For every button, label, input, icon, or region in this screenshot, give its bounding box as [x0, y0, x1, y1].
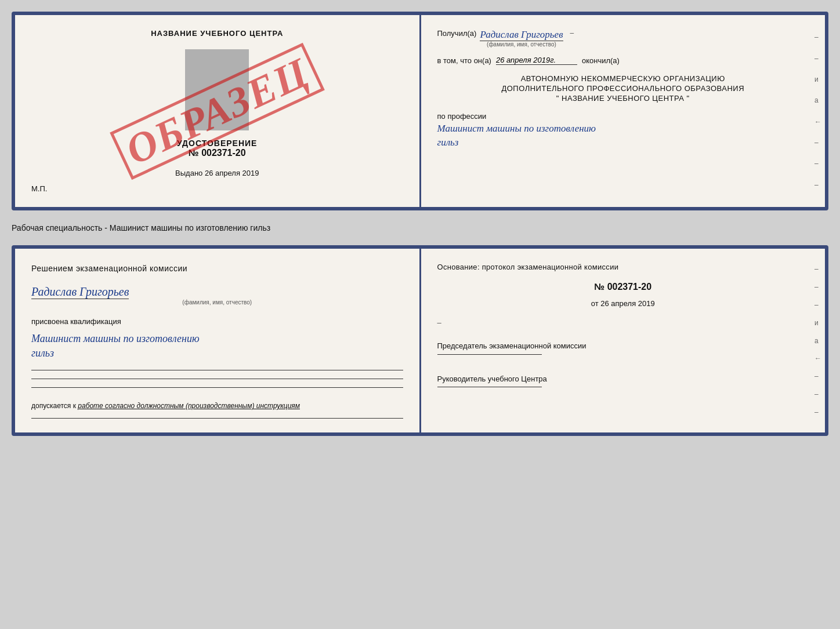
- poluchil-row: Получил(а) Радислав Григорьев (фамилия, …: [437, 29, 809, 48]
- dopuskaetsya-line: допускается к работе согласно должностны…: [31, 402, 403, 410]
- org-line1: АВТОНОМНУЮ НЕКОММЕРЧЕСКУЮ ОРГАНИЗАЦИЮ: [437, 74, 809, 83]
- mp-label: М.П.: [31, 184, 47, 193]
- dash-after-name: –: [570, 29, 574, 37]
- osnov-title: Основание: протокол экзаменационной коми…: [437, 263, 809, 271]
- rukovoditel-line: [437, 387, 542, 387]
- vtom-label: в том, что он(а): [437, 56, 491, 65]
- right-side-dashes: – – и а ← – – –: [814, 15, 821, 207]
- rukovoditel-label: Руководитель учебного Центра: [437, 373, 809, 385]
- resheniem-title: Решением экзаменационной комиссии: [31, 263, 403, 275]
- bottom-document: Решением экзаменационной комиссии Радисл…: [12, 245, 828, 436]
- bottom-lines: [31, 366, 403, 388]
- line3: [31, 387, 403, 388]
- bdash5: а: [814, 337, 821, 345]
- bottom-right-dashes: – – – и а ← – – –: [814, 249, 821, 432]
- dash7: –: [814, 159, 821, 168]
- bottom-person-name: Радислав Григорьев: [31, 285, 129, 299]
- kvalifikaciya-name: Машинист машины по изготовлению гильз: [31, 332, 403, 361]
- bdash7: –: [814, 372, 821, 380]
- predsedatel-section: Председатель экзаменационной комиссии: [437, 340, 809, 355]
- udostoverenie-block: УДОСТОВЕРЕНИЕ № 002371-20: [177, 139, 257, 158]
- vtom-row: в том, что он(а) 26 апреля 2019г. окончи…: [437, 56, 809, 65]
- bottom-person-block: Радислав Григорьев (фамилия, имя, отчест…: [31, 285, 403, 306]
- top-document: НАЗВАНИЕ УЧЕБНОГО ЦЕНТРА УДОСТОВЕРЕНИЕ №…: [12, 12, 828, 210]
- dash1: –: [814, 33, 821, 41]
- udostoverenie-title: УДОСТОВЕРЕНИЕ: [177, 139, 257, 148]
- dash5: ←: [814, 118, 821, 126]
- vydano-line: Выдано 26 апреля 2019: [175, 169, 259, 177]
- dash8: –: [814, 181, 821, 189]
- org-block: АВТОНОМНУЮ НЕКОММЕРЧЕСКУЮ ОРГАНИЗАЦИЮ ДО…: [437, 73, 809, 104]
- dopuskaetsya-label: допускается к: [31, 402, 76, 410]
- poluchil-name: Радислав Григорьев: [480, 29, 563, 41]
- bdash3: –: [814, 301, 821, 309]
- prisvoena-label: присвоена квалификация: [31, 317, 403, 326]
- bdash1: –: [814, 265, 821, 273]
- bdash9: –: [814, 408, 821, 416]
- okonchil-label: окончил(а): [582, 56, 620, 65]
- dash-after-date: –: [437, 318, 441, 327]
- poluchil-name-block: Радислав Григорьев (фамилия, имя, отчест…: [480, 29, 563, 48]
- vydano-date: 26 апреля 2019: [205, 169, 259, 177]
- line-dopusk: [31, 418, 403, 419]
- page-wrapper: НАЗВАНИЕ УЧЕБНОГО ЦЕНТРА УДОСТОВЕРЕНИЕ №…: [12, 12, 828, 436]
- rukovoditel-section: Руководитель учебного Центра: [437, 373, 809, 388]
- udostoverenie-num: № 002371-20: [177, 148, 257, 158]
- predsedatel-label: Председатель экзаменационной комиссии: [437, 340, 809, 352]
- professiya-name: Машинист машины по изготовлению гильз: [437, 122, 809, 150]
- dopuskaetsya-text: работе согласно должностным (производств…: [78, 402, 300, 410]
- dash6: –: [814, 139, 821, 147]
- org-name: " НАЗВАНИЕ УЧЕБНОГО ЦЕНТРА ": [437, 94, 809, 103]
- top-left-center-title: НАЗВАНИЕ УЧЕБНОГО ЦЕНТРА: [151, 29, 283, 38]
- line1: [31, 370, 403, 370]
- bdash4: и: [814, 319, 821, 327]
- photo-placeholder: [185, 49, 249, 130]
- protocol-num: № 002371-20: [437, 282, 809, 292]
- ot-label: от: [591, 299, 599, 308]
- bdash8: –: [814, 390, 821, 398]
- bottom-doc-right: Основание: протокол экзаменационной коми…: [421, 249, 825, 432]
- dash4: а: [814, 96, 821, 104]
- bdash2: –: [814, 283, 821, 291]
- poluchil-label: Получил(а): [437, 29, 477, 38]
- professiya-block: по профессии Машинист машины по изготовл…: [437, 112, 809, 150]
- dash-line-after-date: –: [437, 317, 809, 328]
- dash3: и: [814, 75, 821, 83]
- ot-date-row: от 26 апреля 2019: [437, 299, 809, 308]
- caption-line: Рабочая специальность - Машинист машины …: [12, 221, 828, 235]
- bottom-fio-sub: (фамилия, имя, отчество): [31, 299, 403, 306]
- ot-date-val: 26 апреля 2019: [600, 299, 655, 308]
- vydano-label: Выдано: [175, 169, 202, 177]
- top-doc-right: Получил(а) Радислав Григорьев (фамилия, …: [421, 15, 825, 207]
- dash2: –: [814, 54, 821, 63]
- bdash6: ←: [814, 354, 821, 362]
- professiya-label: по профессии: [437, 112, 809, 121]
- bottom-doc-left: Решением экзаменационной комиссии Радисл…: [15, 249, 421, 432]
- poluchil-fio-sub: (фамилия, имя, отчество): [480, 41, 563, 48]
- vtom-date: 26 апреля 2019г.: [496, 56, 577, 65]
- line2: [31, 379, 403, 379]
- predsedatel-line: [437, 354, 542, 355]
- org-line2: ДОПОЛНИТЕЛЬНОГО ПРОФЕССИОНАЛЬНОГО ОБРАЗО…: [437, 84, 809, 93]
- top-doc-left: НАЗВАНИЕ УЧЕБНОГО ЦЕНТРА УДОСТОВЕРЕНИЕ №…: [15, 15, 421, 207]
